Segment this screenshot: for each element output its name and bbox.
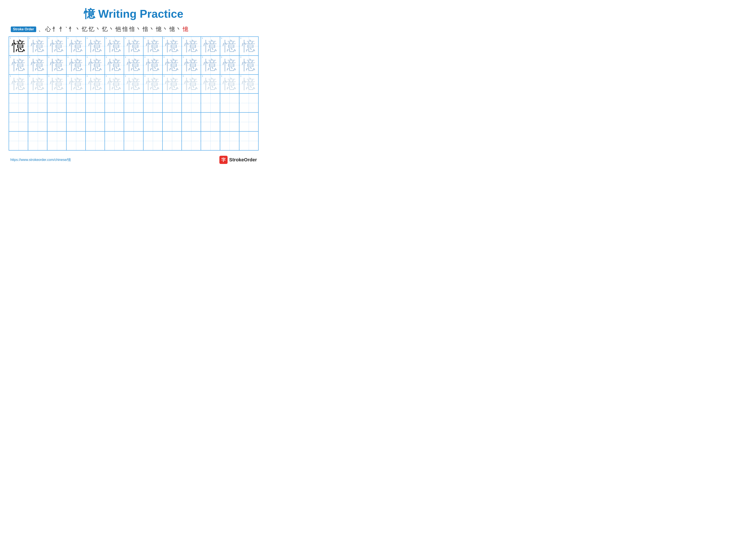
grid-cell: ✦憶 (105, 37, 124, 56)
grid-cell: ✦憶 (47, 75, 67, 93)
grid-cell[interactable] (182, 113, 201, 131)
grid-cell: ✦憶 (220, 75, 239, 93)
grid-cell: ✦憶 (28, 56, 47, 75)
grid-cell[interactable] (9, 93, 28, 113)
grid-cell[interactable] (28, 93, 47, 113)
grid-row-1: ✦ 憶 ✦憶 ✦憶 ✦憶 ✦憶 ✦憶 ✦憶 ✦憶 ✦憶 ✦憶 ✦憶 ✦憶 ✦憶 (9, 37, 258, 56)
grid-cell[interactable] (124, 93, 143, 113)
grid-cell: ✦憶 (143, 37, 162, 56)
practice-grid: ✦ 憶 ✦憶 ✦憶 ✦憶 ✦憶 ✦憶 ✦憶 ✦憶 ✦憶 ✦憶 ✦憶 ✦憶 ✦憶 … (9, 37, 258, 151)
grid-cell: ✦憶 (239, 56, 258, 75)
grid-cell[interactable] (28, 113, 47, 131)
grid-row-5 (9, 113, 258, 131)
grid-cell: ✦憶 (47, 37, 67, 56)
grid-cell[interactable] (162, 131, 182, 150)
footer-url[interactable]: https://www.strokeorder.com/chinese/憶 (10, 158, 71, 162)
grid-cell: ✦憶 (182, 75, 201, 93)
grid-cell: ✦憶 (124, 75, 143, 93)
grid-cell: ✦憶 (67, 56, 86, 75)
grid-cell: ✦憶 (86, 75, 105, 93)
grid-row-3: ✦憶 ✦憶 ✦憶 ✦憶 ✦憶 ✦憶 ✦憶 ✦憶 ✦憶 ✦憶 ✦憶 ✦憶 ✦憶 (9, 75, 258, 93)
grid-cell[interactable] (67, 93, 86, 113)
grid-cell[interactable] (162, 113, 182, 131)
grid-cell[interactable] (124, 113, 143, 131)
grid-cell[interactable] (182, 131, 201, 150)
grid-cell[interactable] (143, 131, 162, 150)
grid-cell: ✦憶 (162, 56, 182, 75)
grid-cell: ✦憶 (239, 75, 258, 93)
grid-row-4 (9, 93, 258, 113)
grid-cell: ✦憶 (47, 56, 67, 75)
grid-cell[interactable] (201, 93, 220, 113)
grid-cell: ✦憶 (182, 37, 201, 56)
title-section: 憶 Writing Practice (9, 7, 258, 21)
grid-cell[interactable] (220, 93, 239, 113)
grid-cell[interactable] (67, 113, 86, 131)
grid-cell[interactable] (239, 113, 258, 131)
grid-cell: ✦憶 (86, 56, 105, 75)
grid-cell[interactable] (220, 131, 239, 150)
brand-logo: 字 StrokeOrder (219, 156, 257, 164)
grid-cell[interactable] (182, 93, 201, 113)
grid-cell[interactable] (201, 113, 220, 131)
grid-cell: ✦憶 (201, 37, 220, 56)
footer: https://www.strokeorder.com/chinese/憶 字 … (9, 156, 258, 164)
grid-cell[interactable] (143, 113, 162, 131)
grid-cell: ✦ 憶 (9, 37, 28, 56)
grid-cell: ✦憶 (28, 75, 47, 93)
grid-cell: ✦憶 (239, 37, 258, 56)
stroke-order-row: Stroke Order 、 心 忄 忄` 忄⼂ 忆 忆⼂ 忆⼂ 悒 愔 愔⼂ … (9, 25, 258, 33)
grid-cell: ✦憶 (182, 56, 201, 75)
grid-cell[interactable] (86, 131, 105, 150)
page-title: 憶 Writing Practice (9, 7, 258, 21)
grid-cell: ✦憶 (162, 37, 182, 56)
brand-icon: 字 (219, 156, 228, 164)
grid-cell[interactable] (47, 93, 67, 113)
grid-cell: ✦憶 (9, 56, 28, 75)
grid-cell[interactable] (28, 131, 47, 150)
grid-cell: ✦憶 (105, 56, 124, 75)
grid-cell[interactable] (47, 113, 67, 131)
grid-cell: ✦憶 (86, 37, 105, 56)
grid-row-6 (9, 131, 258, 150)
grid-cell[interactable] (105, 131, 124, 150)
grid-cell[interactable] (239, 93, 258, 113)
grid-cell: ✦憶 (143, 75, 162, 93)
grid-cell: ✦憶 (220, 37, 239, 56)
grid-cell[interactable] (9, 113, 28, 131)
grid-cell: ✦憶 (67, 75, 86, 93)
grid-cell[interactable] (86, 93, 105, 113)
grid-cell[interactable] (239, 131, 258, 150)
grid-cell[interactable] (162, 93, 182, 113)
grid-cell: ✦憶 (28, 37, 47, 56)
grid-cell: ✦憶 (220, 56, 239, 75)
grid-cell[interactable] (105, 113, 124, 131)
grid-cell[interactable] (9, 131, 28, 150)
grid-cell[interactable] (67, 131, 86, 150)
grid-cell: ✦憶 (124, 56, 143, 75)
grid-cell[interactable] (124, 131, 143, 150)
stroke-sequence: 、 心 忄 忄` 忄⼂ 忆 忆⼂ 忆⼂ 悒 愔 愔⼂ 愔⼂ 憶⼂ 憶⼂ 憶 (39, 25, 189, 33)
grid-cell[interactable] (86, 113, 105, 131)
grid-row-2: ✦憶 ✦憶 ✦憶 ✦憶 ✦憶 ✦憶 ✦憶 ✦憶 ✦憶 ✦憶 ✦憶 ✦憶 ✦憶 (9, 56, 258, 75)
grid-cell: ✦憶 (162, 75, 182, 93)
grid-cell[interactable] (143, 93, 162, 113)
grid-cell: ✦憶 (124, 37, 143, 56)
grid-cell[interactable] (105, 93, 124, 113)
grid-cell: ✦憶 (143, 56, 162, 75)
grid-cell[interactable] (201, 131, 220, 150)
grid-cell: ✦憶 (201, 56, 220, 75)
brand-name: StrokeOrder (229, 157, 257, 163)
stroke-order-badge: Stroke Order (11, 27, 36, 32)
grid-cell: ✦憶 (9, 75, 28, 93)
grid-cell: ✦憶 (201, 75, 220, 93)
grid-cell: ✦憶 (67, 37, 86, 56)
grid-cell: ✦憶 (105, 75, 124, 93)
grid-cell[interactable] (47, 131, 67, 150)
grid-cell[interactable] (220, 113, 239, 131)
